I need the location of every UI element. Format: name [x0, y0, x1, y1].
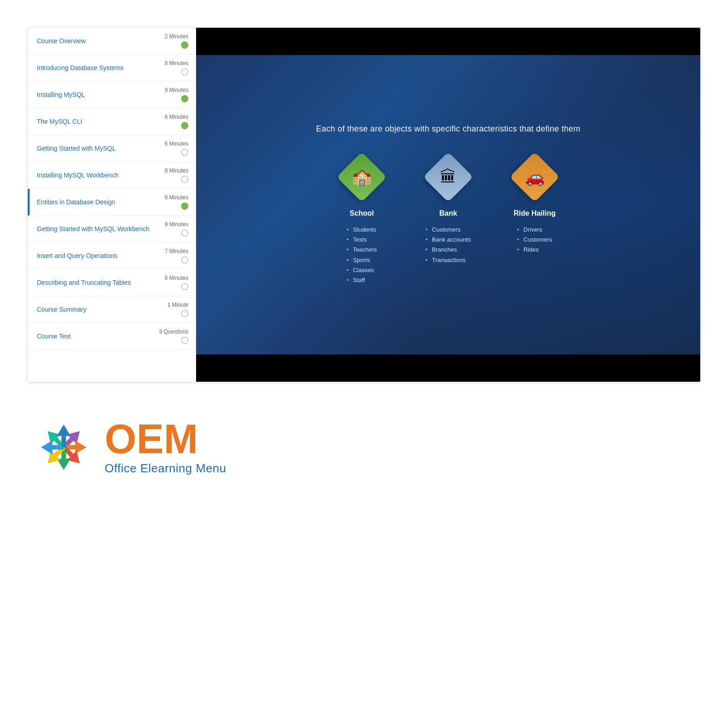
list-item: Rides	[517, 245, 552, 255]
list-item: Teachers	[347, 245, 377, 255]
list-item: Tests	[347, 235, 377, 245]
item-meta-10: 1 Minute	[152, 302, 188, 317]
sidebar-item-mysql-cli[interactable]: The MySQL CLI 6 Minutes	[28, 108, 196, 135]
status-incomplete-icon	[181, 310, 188, 317]
video-content: Each of these are objects with specific …	[196, 55, 700, 354]
status-incomplete-icon	[181, 256, 188, 263]
video-black-bar-bottom	[196, 354, 700, 382]
entity-card-bank: 🏛 Bank Customers Bank accounts Branches …	[423, 152, 473, 265]
entity-card-ride-hailing: 🚗 Ride Hailing Drivers Customers Rides	[510, 152, 560, 255]
video-slide-title: Each of these are objects with specific …	[316, 124, 581, 134]
logo-text-group: OEM Office Elearning Menu	[105, 419, 226, 475]
sidebar-item-install-mysql[interactable]: Installing MySQL 9 Minutes	[28, 81, 196, 108]
sidebar-item-describing-truncating[interactable]: Describing and Truncating Tables 6 Minut…	[28, 269, 196, 296]
list-item: Customers	[425, 225, 470, 235]
page-wrapper: Course Overview 2 Minutes Introducing Da…	[0, 0, 728, 728]
list-item: Sports	[347, 255, 377, 265]
item-meta-7: 9 Minutes	[152, 221, 188, 237]
arrows-svg	[36, 420, 91, 475]
bank-entity-list: Customers Bank accounts Branches Transac…	[425, 225, 470, 265]
list-item: Staff	[347, 275, 377, 285]
sidebar-item-insert-query[interactable]: Insert and Query Operations 7 Minutes	[28, 243, 196, 269]
logo-oem-text: OEM	[105, 419, 226, 460]
entities-row: 🏫 School Students Tests Teachers Sports …	[214, 152, 682, 285]
item-meta-11: 9 Questions	[152, 329, 188, 344]
school-diamond: 🏫	[337, 152, 387, 202]
list-item: Drivers	[517, 225, 552, 235]
bank-diamond: 🏛	[423, 152, 473, 202]
status-complete-icon	[181, 202, 188, 210]
status-complete-icon	[181, 122, 188, 129]
sidebar-item-entities-db[interactable]: Entities in Database Design 8 Minutes	[28, 189, 196, 216]
status-complete-icon	[181, 41, 188, 49]
logo-section: OEM Office Elearning Menu	[27, 419, 226, 475]
status-incomplete-icon	[181, 176, 188, 183]
item-meta-5: 8 Minutes	[152, 167, 188, 183]
sidebar-item-intro-db[interactable]: Introducing Database Systems 8 Minutes	[28, 55, 196, 81]
course-player: Course Overview 2 Minutes Introducing Da…	[27, 27, 701, 382]
video-player[interactable]: Each of these are objects with specific …	[196, 28, 700, 382]
sidebar-item-course-summary[interactable]: Course Summary 1 Minute	[28, 296, 196, 323]
course-sidebar: Course Overview 2 Minutes Introducing Da…	[28, 28, 196, 382]
bank-entity-name: Bank	[439, 209, 457, 217]
school-icon: 🏫	[352, 169, 372, 185]
item-meta-2: 9 Minutes	[152, 87, 188, 102]
ride-entity-list: Drivers Customers Rides	[517, 225, 552, 255]
status-incomplete-icon	[181, 149, 188, 156]
item-meta-8: 7 Minutes	[152, 248, 188, 263]
list-item: Classes	[347, 265, 377, 275]
school-entity-list: Students Tests Teachers Sports Classes S…	[347, 225, 377, 285]
ride-icon: 🚗	[525, 169, 545, 185]
logo-tagline: Office Elearning Menu	[105, 461, 226, 475]
list-item: Transactions	[425, 255, 470, 265]
item-meta-1: 8 Minutes	[152, 60, 188, 76]
sidebar-item-course-overview[interactable]: Course Overview 2 Minutes	[28, 28, 196, 55]
item-meta-3: 6 Minutes	[152, 114, 188, 129]
item-meta-9: 6 Minutes	[152, 275, 188, 290]
list-item: Customers	[517, 235, 552, 245]
status-incomplete-icon	[181, 283, 188, 290]
ride-diamond-wrapper: 🚗	[510, 152, 560, 202]
item-meta-4: 6 Minutes	[152, 141, 188, 156]
sidebar-item-getting-started-workbench[interactable]: Getting Started with MySQL Workbench 9 M…	[28, 216, 196, 243]
list-item: Bank accounts	[425, 235, 470, 245]
sidebar-item-course-test[interactable]: Course Test 9 Questions	[28, 323, 196, 350]
school-entity-name: School	[349, 209, 374, 217]
status-incomplete-icon	[181, 68, 188, 76]
status-incomplete-icon	[181, 337, 188, 344]
item-meta-6: 8 Minutes	[152, 194, 188, 210]
item-meta-0: 2 Minutes	[152, 33, 188, 49]
bank-diamond-wrapper: 🏛	[423, 152, 473, 202]
entity-card-school: 🏫 School Students Tests Teachers Sports …	[337, 152, 387, 285]
school-diamond-wrapper: 🏫	[337, 152, 387, 202]
bank-icon: 🏛	[440, 169, 456, 185]
ride-entity-name: Ride Hailing	[514, 209, 556, 217]
sidebar-item-install-workbench[interactable]: Installing MySQL Workbench 8 Minutes	[28, 162, 196, 189]
oem-logo-icon	[36, 420, 91, 475]
status-incomplete-icon	[181, 229, 188, 237]
list-item: Branches	[425, 245, 470, 255]
sidebar-item-getting-started-mysql[interactable]: Getting Started with MySQL 6 Minutes	[28, 135, 196, 162]
ride-diamond: 🚗	[510, 152, 560, 202]
list-item: Students	[347, 225, 377, 235]
status-complete-icon	[181, 95, 188, 102]
video-black-bar-top	[196, 28, 700, 55]
